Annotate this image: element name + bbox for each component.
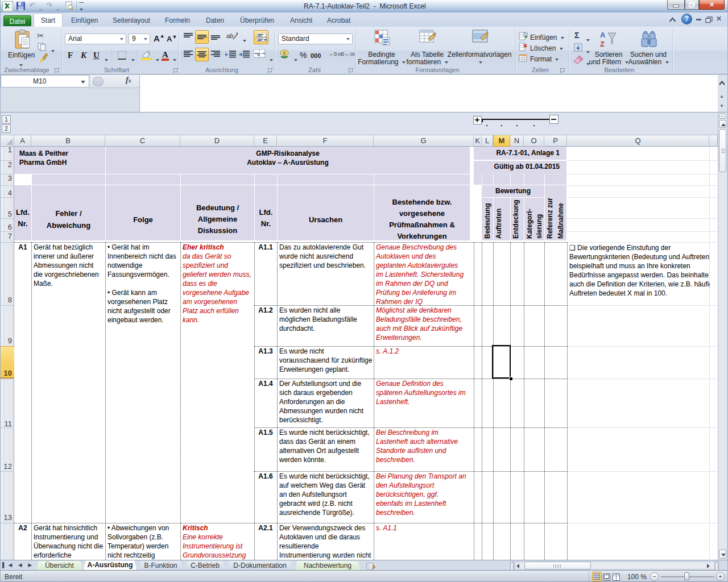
svg-text:ab: ab	[226, 32, 233, 39]
svg-text:A: A	[600, 31, 606, 39]
svg-text:$: $	[283, 51, 286, 56]
svg-text:a: a	[257, 51, 260, 57]
svg-text:Z: Z	[600, 40, 605, 48]
